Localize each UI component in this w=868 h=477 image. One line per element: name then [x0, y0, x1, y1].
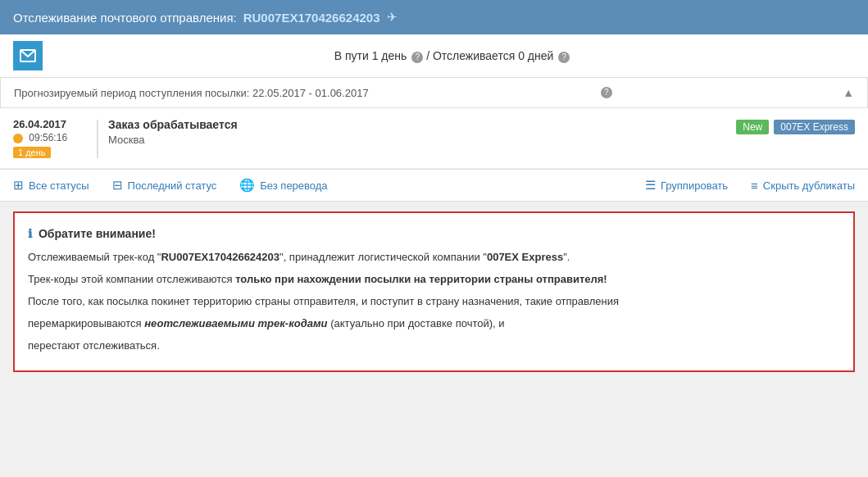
filter-all-statuses[interactable]: ⊞ Все статусы — [13, 178, 89, 193]
notice-info-icon: ℹ — [28, 227, 32, 240]
filter-last-status-label: Последний статус — [128, 179, 217, 192]
hide-duplicates-icon: ≡ — [751, 179, 758, 193]
in-transit-help-icon[interactable]: ? — [411, 52, 423, 63]
filter-hide-duplicates-label: Скрыть дубликаты — [763, 179, 855, 192]
filter-group[interactable]: ☰ Группировать — [645, 178, 728, 193]
filter-bar: ⊞ Все статусы ⊟ Последний статус 🌐 Без п… — [0, 169, 868, 202]
tag-new[interactable]: New — [736, 120, 769, 134]
notice-line3: После того, как посылка покинет территор… — [28, 293, 840, 311]
tracking-number-link[interactable]: RU007EX170426624203 — [243, 11, 380, 25]
all-statuses-icon: ⊞ — [13, 178, 24, 193]
in-transit-text: В пути 1 день — [334, 49, 407, 62]
event-row: 26.04.2017 09:56:16 1 день Заказ обрабат… — [13, 118, 855, 158]
send-icon: ✈ — [387, 10, 398, 25]
filter-group-label: Группировать — [661, 179, 728, 192]
forecast-chevron-icon[interactable]: ▲ — [843, 86, 854, 99]
event-date-col: 26.04.2017 09:56:16 1 день — [13, 118, 87, 158]
separator: / — [426, 49, 433, 62]
notice-line2: Трек-коды этой компании отслеживаются то… — [28, 271, 840, 288]
filter-last-status[interactable]: ⊟ Последний статус — [112, 178, 217, 193]
info-bar-text: В пути 1 день ? / Отслеживается 0 дней ? — [49, 49, 855, 63]
forecast-label: Прогнозируемый период поступления посылк… — [14, 87, 369, 99]
event-date: 26.04.2017 — [13, 118, 87, 130]
last-status-icon: ⊟ — [112, 178, 123, 193]
filter-all-statuses-label: Все статусы — [29, 179, 89, 192]
event-time: 09:56:16 — [13, 132, 87, 143]
event-tags: New 007EX Express — [736, 118, 855, 134]
tracking-section: 26.04.2017 09:56:16 1 день Заказ обрабат… — [0, 108, 868, 169]
notice-line1: Отслеживаемый трек-код "RU007EX170426624… — [28, 249, 840, 266]
tag-carrier[interactable]: 007EX Express — [774, 120, 855, 134]
forecast-bar: Прогнозируемый период поступления посылк… — [0, 78, 868, 108]
notice-line5: перестают отслеживаться. — [28, 338, 840, 355]
notice-title: ℹ Обратите внимание! — [28, 225, 840, 243]
filter-hide-duplicates[interactable]: ≡ Скрыть дубликаты — [751, 179, 855, 193]
group-icon: ☰ — [645, 178, 656, 193]
no-translate-icon: 🌐 — [239, 178, 255, 193]
event-details-col: Заказ обрабатывается Москва — [108, 118, 726, 146]
notice-box: ℹ Обратите внимание! Отслеживаемый трек-… — [13, 211, 855, 372]
tracking-days-text: Отслеживается 0 дней — [433, 49, 553, 62]
header-label: Отслеживание почтового отправления: — [13, 11, 237, 25]
filter-no-translate-label: Без перевода — [260, 179, 327, 192]
header: Отслеживание почтового отправления: RU00… — [0, 0, 868, 34]
event-dot-inline — [13, 134, 23, 143]
info-bar: В пути 1 день ? / Отслеживается 0 дней ? — [0, 34, 868, 78]
event-divider — [97, 120, 98, 158]
event-status: Заказ обрабатывается — [108, 118, 726, 131]
event-location: Москва — [108, 134, 726, 146]
filter-no-translate[interactable]: 🌐 Без перевода — [239, 178, 327, 193]
tracking-days-help-icon[interactable]: ? — [558, 52, 570, 63]
info-bar-icon — [13, 41, 43, 70]
forecast-help-icon[interactable]: ? — [601, 87, 612, 98]
event-duration-badge: 1 день — [13, 147, 51, 158]
notice-line4: перемаркировываются неотслеживаемыми тре… — [28, 316, 840, 333]
